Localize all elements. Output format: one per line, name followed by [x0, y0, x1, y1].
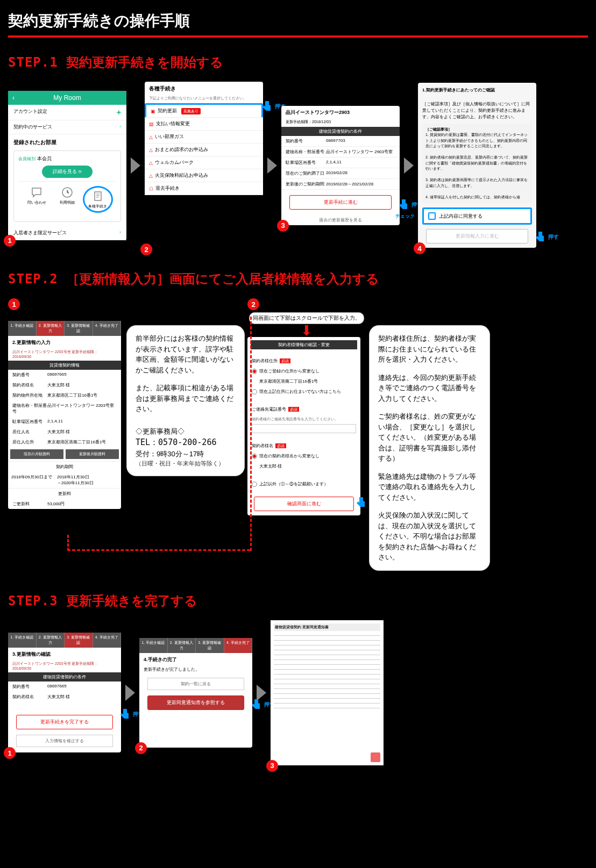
tab1[interactable]: 1. 手続き確認: [8, 633, 37, 648]
kv-row: 駐車場区画番号2,1,4,11: [8, 417, 121, 427]
history-link[interactable]: 過去の更新履歴を見る: [281, 215, 400, 225]
s2a-h: 2.更新情報の入力: [8, 336, 121, 349]
menu-moveout[interactable]: ☖退去手続き: [145, 182, 263, 195]
menu-welcome[interactable]: △ウェルカムパーク: [145, 156, 263, 169]
kv-v: 東京都港区二丁目16番1号: [47, 392, 97, 398]
menu-payment[interactable]: ▤支払い情報変更: [145, 118, 263, 131]
radio-icon: [252, 369, 257, 374]
back-list-button[interactable]: 契約一覧に戻る: [147, 678, 244, 690]
tab3[interactable]: 3. 更新情報確認: [196, 638, 224, 653]
tab1[interactable]: 1. 手続き確認: [139, 638, 168, 653]
step3-header: STEP.3 更新手続きを完了する: [8, 592, 588, 609]
pointer-icon: [398, 198, 410, 211]
s3-2-h: 4.手続きの完了: [139, 653, 252, 666]
kv-row: 現在のご契約満了日2019/02/28: [281, 168, 400, 179]
tab4[interactable]: 4. 手続き完了: [224, 638, 253, 653]
row-service[interactable]: 契約中のサービス ›: [8, 120, 126, 134]
s2b-bar: 契約者様情報の確認・変更: [251, 340, 357, 349]
s3-building: 品川イーストワンタワー2903: [281, 106, 400, 119]
view-notice-button[interactable]: 更新同意通知書を参照する: [147, 695, 244, 710]
menu-combined[interactable]: △おまとめ請求のお申込み: [145, 144, 263, 156]
confirm-button[interactable]: 確認画面に進む: [254, 497, 354, 511]
tab2[interactable]: 2. 更新情報入力: [168, 638, 196, 653]
s3-1-sub: 品川イーストワンタワー 2203号室 更新手続期限：2018/09/30: [8, 661, 121, 672]
tel-input[interactable]: [252, 424, 356, 433]
tab2[interactable]: 2. 更新情報入力: [37, 321, 65, 336]
menu-fire[interactable]: △火災保険料組込お申込み: [145, 169, 263, 182]
tab1[interactable]: 1. 手続き確認: [8, 321, 37, 336]
menu-gas[interactable]: △いい部屋ガス: [145, 131, 263, 144]
tab2[interactable]: 2. 更新情報入力: [37, 633, 65, 648]
radio3-label: 現在の契約者様名から変更なし: [259, 454, 320, 458]
urgent-badge: 至急あり: [181, 108, 201, 114]
radio-addr-nochange[interactable]: 現在ご登録の住所から変更なし: [252, 366, 356, 376]
kv-row: 建物名称・部屋番号品川イーストワンタワー 2903号室: [281, 147, 400, 157]
s4-item: 1. 賃貸契約の更新は書面、書類の送付に代えてインターネット上より契約更新手続が…: [425, 132, 529, 149]
kv-k: 駐車場区画番号: [12, 419, 47, 425]
agree-row[interactable]: チェック 上記内容に同意する: [422, 207, 532, 225]
tabs: 1. 手続き確認 2. 更新情報入力 3. 更新情報確認 4. 手続き完了: [8, 633, 121, 648]
statement-icon-item[interactable]: 利用明細: [52, 186, 82, 213]
s2a-bar: 賃貸借契約情報: [8, 361, 121, 370]
office-note: （日曜・祝日・年末年始等除く）: [136, 459, 236, 468]
kv-v: 大東太郎 様: [47, 694, 70, 700]
tab4[interactable]: 4. 手続き完了: [93, 321, 122, 336]
tab3[interactable]: 3. 更新情報確認: [65, 633, 93, 648]
tab3[interactable]: 3. 更新情報確認: [65, 321, 93, 336]
agree-checkbox[interactable]: [428, 212, 436, 220]
tabs: 1. 手続き確認 2. 更新情報入力 3. 更新情報確認 4. 手続き完了: [8, 321, 121, 336]
s4-graybox: ［ご確認事項］ 1. 賃貸契約の更新は書面、書類の送付に代えてインターネット上よ…: [422, 124, 532, 204]
s4-item: 3. 契約者は契約更新画面等にて提示された入力項目に事実を正確に入力し、送信しま…: [425, 177, 529, 189]
tab4[interactable]: 4. 手続き完了: [93, 633, 122, 648]
row-account[interactable]: アカウント設定 +: [8, 105, 126, 120]
menu-renewal[interactable]: ▣ 契約更新 至急あり: [145, 103, 263, 118]
speechA-p2: また、記載事項に相違がある場合は更新事務局までご連絡ください。: [136, 383, 236, 414]
menu-icon: △: [149, 134, 153, 140]
addr-value: 東京都港区港南二丁目16番1号: [252, 376, 356, 386]
tel-h: ご連絡先電話番号: [252, 407, 286, 412]
edit-link[interactable]: 入力情報を修正する: [16, 735, 113, 747]
procedures-icon-item[interactable]: 各種手続き: [83, 186, 113, 213]
plus-icon[interactable]: +: [117, 108, 121, 117]
radio-other[interactable]: 上記以外（①～⑤を記載願います）: [252, 479, 356, 489]
step1-screens: ‹ My Room アカウント設定 + 契約中のサービス › 登録されたお部屋 …: [8, 82, 588, 249]
kv-v: 大東太郎 様: [47, 382, 70, 388]
kv-row: 契約番号08697703: [281, 136, 400, 147]
s3-bar: 建物賃貸借契約の条件: [281, 127, 400, 136]
check-label: チェック: [395, 213, 415, 220]
new-rate-button[interactable]: 更新後月額賃料: [66, 449, 119, 459]
step2-header: STEP.2 ［更新情報入力］画面にてご入居者様情報を入力する: [8, 270, 588, 288]
clock-icon: [61, 186, 74, 199]
s2a-sub: 品川イーストワンタワー 2203号室 更新手続期限：2018/09/30: [8, 349, 121, 361]
member-type-label: 会員種別: [18, 156, 36, 161]
kv-row: 契約番号08697665: [8, 682, 121, 692]
pointer-icon: [119, 708, 132, 721]
kv-k: 契約番号: [12, 684, 47, 690]
radio-addr-other[interactable]: 現在上記住所にお住まいでない方はこちら: [252, 386, 356, 397]
period-h: 契約期間: [8, 461, 121, 472]
s3-deadline: 更新手続期限：2018/12/03: [281, 119, 400, 127]
badge-4: 4: [414, 242, 425, 254]
step3-label: STEP.3: [8, 593, 58, 608]
step1-title: 契約更新手続きを開始する: [66, 54, 223, 71]
menu-label: 支払い情報変更: [156, 120, 190, 127]
kv-k: 契約番号: [286, 138, 326, 144]
detail-button[interactable]: 詳細を見る ⊙: [42, 166, 93, 178]
kv-v: 08697703: [326, 138, 345, 144]
icon2-label: 利用明細: [52, 200, 82, 205]
radio-name-nochange[interactable]: 現在の契約者様名から変更なし: [252, 451, 356, 461]
row-limited[interactable]: 入居者さま限定サービス ›: [8, 226, 126, 240]
s3-1-h: 3.更新情報の確認: [8, 648, 121, 661]
inquiry-icon-item[interactable]: 問い合わせ: [22, 186, 52, 213]
current-rate-button[interactable]: 現在の月額賃料: [10, 449, 63, 459]
s4-item: 4. 連帯保証人を付した契約に関しては、契約者様から連: [425, 195, 529, 200]
step3-screens: 1. 手続き確認 2. 更新情報入力 3. 更新情報確認 4. 手続き完了 3.…: [8, 620, 588, 765]
proceed-button[interactable]: 更新手続に進む: [289, 195, 392, 210]
fee-h: 更新料: [8, 488, 121, 499]
back-chevron-icon[interactable]: ‹: [12, 94, 15, 102]
kv-k: 駐車場区画番号: [286, 160, 326, 166]
step2-label: STEP.2: [8, 271, 58, 286]
proceed-input-button[interactable]: 更新情報入力に進む: [426, 229, 528, 243]
complete-button[interactable]: 更新手続きを完了する: [16, 715, 113, 729]
radio4-label: 上記以外（①～⑤を記載願います）: [259, 482, 328, 486]
